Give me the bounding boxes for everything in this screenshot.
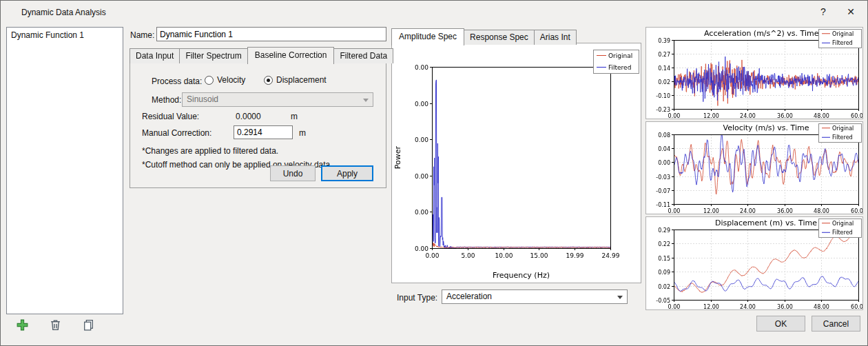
tab-amplitude-spec[interactable]: Amplitude Spec (391, 28, 464, 45)
tab-data-input[interactable]: Data Input (130, 48, 180, 63)
duplicate-function-button[interactable] (81, 318, 96, 334)
radio-velocity[interactable]: Velocity (205, 75, 245, 85)
method-value: Sinusoid (187, 94, 218, 104)
input-type-dropdown[interactable]: Acceleration (442, 289, 628, 304)
dynamic-data-analysis-dialog: Dynamic Data Analysis ? ✕ Dynamic Functi… (0, 0, 868, 346)
ok-button[interactable]: OK (756, 316, 805, 332)
process-data-label: Process data: (152, 77, 202, 86)
apply-button[interactable]: Apply (321, 165, 373, 181)
trash-icon (49, 323, 62, 334)
window-title: Dynamic Data Analysis (21, 8, 106, 17)
method-dropdown[interactable]: Sinusoid (182, 92, 373, 107)
list-item-dynamic-function-1[interactable]: Dynamic Function 1 (7, 28, 123, 43)
function-list-toolbar (14, 318, 96, 334)
method-label: Method: (152, 95, 181, 105)
name-input[interactable] (156, 27, 386, 41)
residual-value-label: Residual Value: (142, 112, 199, 121)
name-label: Name: (130, 30, 154, 40)
manual-correction-input[interactable] (234, 125, 293, 139)
function-list: Dynamic Function 1 (6, 27, 123, 314)
tab-response-spec[interactable]: Response Spec (464, 30, 535, 45)
radio-velocity-circle (205, 76, 214, 85)
input-type-value: Acceleration (446, 292, 492, 301)
titlebar: Dynamic Data Analysis ? ✕ (1, 1, 867, 23)
radio-displacement[interactable]: Displacement (264, 75, 327, 85)
displacement-chart-panel (645, 216, 863, 310)
tab-arias-int[interactable]: Arias Int (534, 30, 577, 45)
velocity-chart (646, 122, 862, 214)
tab-filtered-data[interactable]: Filtered Data (333, 48, 393, 63)
acceleration-chart-panel (645, 27, 863, 119)
manual-correction-label: Manual Correction: (142, 128, 211, 138)
chevron-down-icon (363, 99, 369, 102)
manual-correction-unit: m (299, 128, 306, 138)
detail-tabs: Data Input Filter Spectrum Baseline Corr… (130, 47, 393, 63)
add-function-button[interactable] (14, 318, 30, 334)
plus-icon (16, 323, 29, 334)
amplitude-spectrum-panel (391, 43, 641, 283)
note-filtered-data: *Changes are applied to filtered data. (142, 146, 278, 156)
amplitude-spectrum-chart (392, 43, 641, 283)
radio-displacement-circle (264, 76, 273, 85)
cancel-button[interactable]: Cancel (812, 316, 860, 332)
delete-function-button[interactable] (48, 318, 63, 334)
spectrum-tabs: Amplitude Spec Response Spec Arias Int (391, 28, 576, 45)
residual-unit: m (291, 112, 298, 121)
acceleration-chart (646, 28, 862, 119)
undo-button[interactable]: Undo (270, 165, 316, 181)
input-type-label: Input Type: (397, 293, 437, 303)
chevron-down-icon (617, 296, 623, 299)
help-button[interactable]: ? (812, 3, 834, 21)
radio-displacement-label: Displacement (276, 75, 327, 85)
displacement-chart (646, 217, 862, 309)
radio-velocity-label: Velocity (217, 75, 245, 85)
close-button[interactable]: ✕ (840, 3, 862, 21)
tab-baseline-correction[interactable]: Baseline Correction (247, 47, 335, 64)
velocity-chart-panel (645, 121, 863, 214)
baseline-correction-panel: Process data: Velocity Displacement Meth… (130, 61, 386, 188)
copy-icon (82, 323, 95, 334)
tab-filter-spectrum[interactable]: Filter Spectrum (179, 48, 247, 63)
residual-value: 0.0000 (236, 112, 261, 121)
